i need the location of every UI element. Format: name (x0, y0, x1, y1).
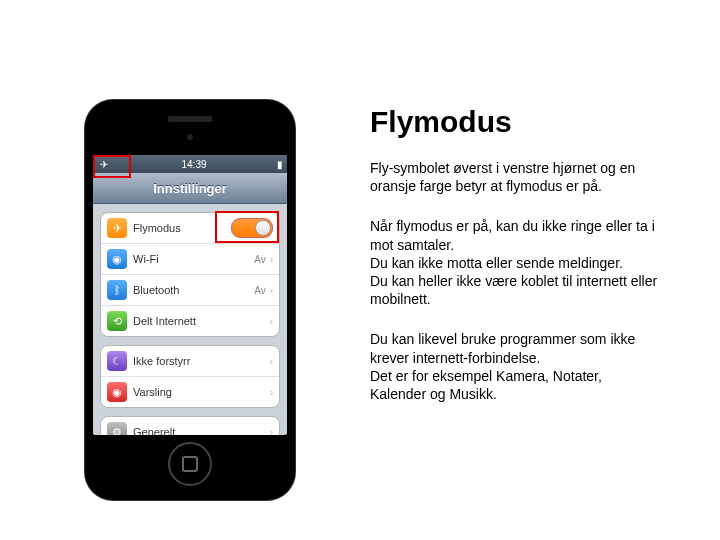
row-label: Flymodus (133, 222, 181, 234)
moon-icon: ☾ (107, 351, 127, 371)
chevron-right-icon: › (270, 254, 273, 265)
battery-icon: ▮ (277, 159, 283, 170)
chevron-right-icon: › (270, 316, 273, 327)
article-p2: Når flymodus er på, kan du ikke ringe el… (370, 217, 660, 308)
gear-icon: ⚙ (107, 422, 127, 435)
row-notifications[interactable]: ◉ Varsling › (101, 377, 279, 407)
row-label: Delt Internett (133, 315, 196, 327)
row-general[interactable]: ⚙ Generelt › (101, 417, 279, 435)
chevron-right-icon: › (270, 387, 273, 398)
row-label: Bluetooth (133, 284, 179, 296)
flymodus-toggle[interactable] (231, 218, 273, 238)
article-p3: Du kan likevel bruke programmer som ikke… (370, 330, 660, 403)
row-bluetooth[interactable]: ᛒ Bluetooth Av › (101, 275, 279, 306)
bluetooth-icon: ᛒ (107, 280, 127, 300)
settings-title: Innstillinger (153, 181, 227, 196)
home-button[interactable] (168, 442, 212, 486)
phone-screen: ✈ 14:39 ▮ Innstillinger ✈ Flymodus ◉ Wi-… (93, 155, 287, 435)
highlight-statusbar-plane (93, 155, 131, 178)
row-dnd[interactable]: ☾ Ikke forstyrr › (101, 346, 279, 377)
phone-frame: ✈ 14:39 ▮ Innstillinger ✈ Flymodus ◉ Wi-… (85, 100, 295, 500)
row-value: Av (254, 285, 266, 296)
article-text: Flymodus Fly-symbolet øverst i venstre h… (370, 105, 660, 425)
settings-group-1: ✈ Flymodus ◉ Wi-Fi Av › ᛒ Bluetooth Av ›… (100, 212, 280, 337)
row-wifi[interactable]: ◉ Wi-Fi Av › (101, 244, 279, 275)
chevron-right-icon: › (270, 427, 273, 436)
article-title: Flymodus (370, 105, 660, 139)
status-time: 14:39 (181, 159, 206, 170)
notification-icon: ◉ (107, 382, 127, 402)
chevron-right-icon: › (270, 285, 273, 296)
row-label: Wi-Fi (133, 253, 159, 265)
airplane-icon: ✈ (107, 218, 127, 238)
row-label: Varsling (133, 386, 172, 398)
article-p1: Fly-symbolet øverst i venstre hjørnet og… (370, 159, 660, 195)
row-label: Generelt (133, 426, 175, 435)
wifi-icon: ◉ (107, 249, 127, 269)
row-value: Av (254, 254, 266, 265)
settings-group-2: ☾ Ikke forstyrr › ◉ Varsling › (100, 345, 280, 408)
row-hotspot[interactable]: ⟲ Delt Internett › (101, 306, 279, 336)
settings-group-3: ⚙ Generelt › 🔊 Lyder › (100, 416, 280, 435)
hotspot-icon: ⟲ (107, 311, 127, 331)
row-label: Ikke forstyrr (133, 355, 190, 367)
chevron-right-icon: › (270, 356, 273, 367)
